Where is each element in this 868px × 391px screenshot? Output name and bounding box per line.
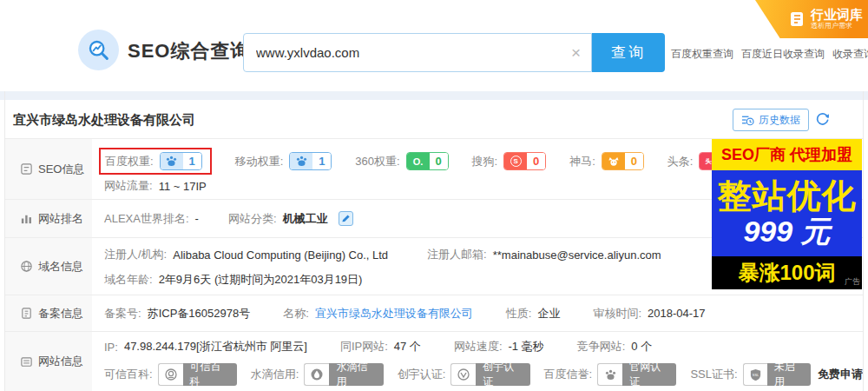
sidebar-item-site-rank[interactable]: 网站排名: [5, 200, 92, 238]
domain-age-label: 域名年龄:: [104, 272, 153, 288]
sogou-weight-label: 搜狗:: [472, 154, 498, 169]
v-check-icon: [450, 363, 476, 386]
beian-info-icon: [20, 307, 33, 320]
link-baidu-recent-index-query[interactable]: 百度近日收录查询: [741, 47, 825, 62]
history-data-button[interactable]: 历史数据: [733, 109, 809, 131]
trusted-encyclopedia-label: 可信百科:: [104, 367, 153, 382]
row-beian-info: 备案号: 苏ICP备16052978号 名称: 宜兴市绿岛水处理设备有限公司 性…: [92, 295, 863, 332]
sidebar-label: 备案信息: [38, 306, 83, 321]
encyclopedia-emblem-icon: [158, 363, 183, 386]
beian-audit-time-value: 2018-04-17: [648, 307, 706, 320]
waterdrop-credit-badge: 水滴信用: [304, 363, 383, 386]
history-icon: [741, 114, 754, 127]
so360-weight-badge[interactable]: O. 0: [406, 152, 449, 170]
beian-nature-value: 企业: [537, 306, 560, 321]
registrant-email-label: 注册人邮箱:: [427, 247, 487, 262]
baidu-weight-value: 1: [183, 153, 201, 169]
chuangyu-cert: 创宇认证: 创宇认证: [398, 363, 530, 386]
lexicon-book-icon: [787, 10, 806, 29]
competitor-sites-value: 0 个: [631, 339, 652, 355]
site-ip-label: IP:: [104, 341, 118, 354]
beian-audit-time: 审核时间: 2018-04-17: [593, 306, 705, 321]
alexa-rank-value: -: [195, 212, 199, 225]
chuangyu-cert-badge: 创宇认证: [450, 363, 529, 386]
magnifier-trend-icon: [87, 38, 111, 63]
mobile-weight-badge[interactable]: 1: [289, 152, 332, 170]
beian-name-link[interactable]: 宜兴市绿岛水处理设备有限公司: [315, 306, 473, 321]
ssl-cert-badge-text: 未启用: [767, 363, 811, 386]
baidu-reputation-badge: 官网认证: [597, 363, 676, 386]
free-apply-link[interactable]: 免费申请: [818, 367, 863, 382]
same-ip-sites-value: 47 个: [394, 339, 421, 355]
sogou-weight-badge[interactable]: S 0: [503, 152, 546, 170]
ssl-cert-badge: SSL 未启用: [743, 363, 811, 386]
competitor-sites: 竞争网站: 0 个: [577, 339, 652, 355]
search-input[interactable]: [244, 45, 561, 60]
ad-line-4-wrap: 暴涨100词 广告: [712, 256, 862, 289]
sidebar-item-seo-info[interactable]: SEO信息: [5, 139, 92, 200]
app-logo-icon: [78, 30, 119, 70]
alexa-rank-label: ALEXA世界排名:: [104, 211, 189, 227]
sidebar-label: 网站信息: [38, 354, 83, 369]
weights-line: 百度权重: 1 移动权重: 1: [99, 148, 741, 175]
baidu-paw-icon: [597, 363, 622, 386]
site-info-icon: [20, 355, 33, 368]
baidu-weight-highlight-box: 百度权重: 1: [99, 148, 212, 175]
header-divider: [0, 91, 868, 100]
chuangyu-cert-label: 创宇认证:: [398, 367, 446, 382]
sogou-weight-item: 搜狗: S 0: [472, 152, 547, 170]
mobile-weight-item: 移动权重: 1: [235, 152, 332, 170]
so360-weight-value: 0: [430, 153, 448, 169]
ssl-cert: SSL证书: SSL 未启用 免费申请: [690, 363, 863, 386]
ad-line-2: 整站优化: [718, 178, 857, 215]
same-ip-sites: 同IP网站: 47 个: [340, 339, 421, 355]
ad-tag: 广告: [845, 276, 860, 288]
baidu-weight-badge[interactable]: 1: [160, 152, 202, 170]
shenma-weight-item: 神马: 0: [569, 152, 644, 170]
sidebar: SEO信息 网站排名 域名信息 备案信息: [5, 139, 92, 391]
baidu-paw-icon: [161, 153, 183, 169]
ribbon-subtitle: 透析用户需求: [811, 23, 863, 30]
shenma-icon: [602, 153, 625, 169]
site-speed: 网站速度: -1 毫秒: [454, 339, 544, 355]
mobile-weight-label: 移动权重:: [235, 154, 284, 169]
sidebar-item-beian-info[interactable]: 备案信息: [5, 295, 92, 332]
shenma-weight-badge[interactable]: 0: [602, 152, 644, 170]
so360-icon: O.: [407, 153, 430, 169]
link-index-query[interactable]: 收录查询: [832, 47, 868, 62]
ad-banner[interactable]: SEO厂商 代理加盟 整站优化 999 元 暴涨100词 广告: [712, 139, 862, 289]
ribbon-title: 行业词库: [811, 8, 863, 23]
so360-weight-label: 360权重:: [355, 154, 399, 169]
sidebar-item-site-info[interactable]: 网站信息: [5, 332, 92, 391]
beian-number-label: 备案号:: [104, 306, 141, 321]
industry-lexicon-ribbon[interactable]: 行业词库 透析用户需求: [755, 0, 868, 38]
query-button[interactable]: 查询: [592, 33, 665, 72]
site-traffic-label: 网站流量:: [104, 178, 153, 194]
registrant: 注册人/机构: Alibaba Cloud Computing (Beijing…: [104, 247, 388, 262]
edit-category-icon[interactable]: [339, 211, 353, 226]
domain-age-value: 2年9月6天 (过期时间为2021年03月19日): [159, 272, 363, 288]
site-speed-label: 网站速度:: [454, 339, 503, 355]
same-ip-sites-label: 同IP网站:: [340, 339, 388, 355]
link-baidu-weight-query[interactable]: 百度权重查询: [671, 47, 733, 62]
waterdrop-credit: 水滴信用: 水滴信用: [251, 363, 384, 386]
ad-line-1: SEO厂商 代理加盟: [712, 139, 862, 170]
waterdrop-credit-badge-text: 水滴信用: [329, 363, 383, 386]
beian-nature-label: 性质:: [506, 306, 532, 321]
shenma-weight-value: 0: [625, 153, 643, 169]
sogou-icon: S: [504, 153, 527, 169]
search-box: ×: [243, 33, 592, 72]
ad-line-4: 暴涨100词: [738, 259, 835, 287]
beian-audit-time-label: 审核时间:: [593, 306, 641, 321]
baidu-paw-icon: [290, 153, 312, 169]
ssl-shield-icon: SSL: [743, 363, 767, 386]
registrant-email: 注册人邮箱: **mainabuse@service.aliyun.com: [427, 247, 661, 262]
clear-input-icon[interactable]: ×: [561, 43, 591, 63]
beian-name-label: 名称:: [283, 306, 309, 321]
mobile-weight-value: 1: [312, 153, 331, 169]
sidebar-item-domain-info[interactable]: 域名信息: [5, 238, 92, 295]
site-rank-icon: [20, 212, 33, 225]
refresh-icon[interactable]: [814, 110, 831, 130]
site-ip: IP: 47.98.244.179[浙江省杭州市 阿里云]: [104, 339, 307, 355]
seo-query-page: SEO综合查询 × 查询 百度权重查询 百度近日收录查询 收录查询 行业词库 透…: [0, 0, 868, 391]
